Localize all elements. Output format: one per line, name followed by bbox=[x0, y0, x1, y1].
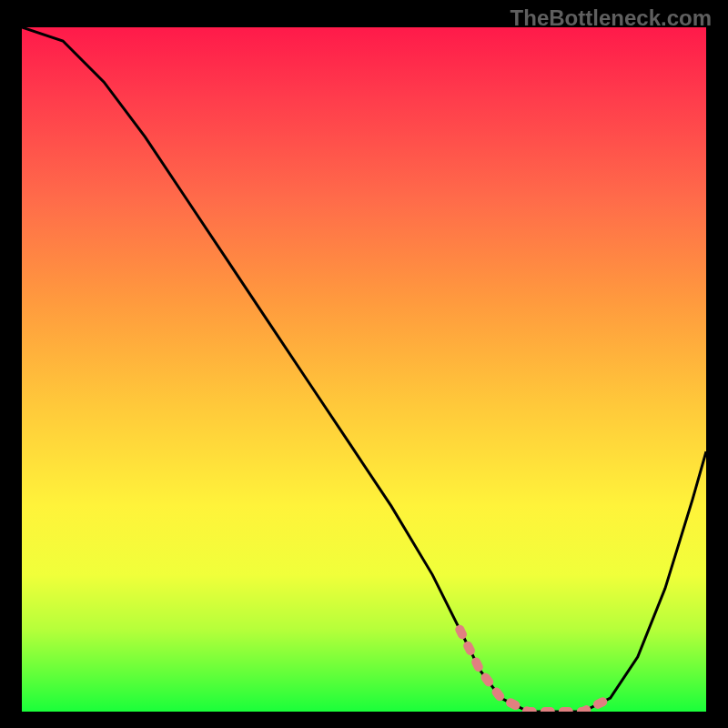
chart-plot-area bbox=[22, 27, 706, 712]
chart-svg bbox=[22, 27, 706, 712]
watermark: TheBottleneck.com bbox=[511, 5, 712, 31]
bottleneck-curve bbox=[22, 27, 706, 712]
marker-region bbox=[460, 630, 610, 712]
